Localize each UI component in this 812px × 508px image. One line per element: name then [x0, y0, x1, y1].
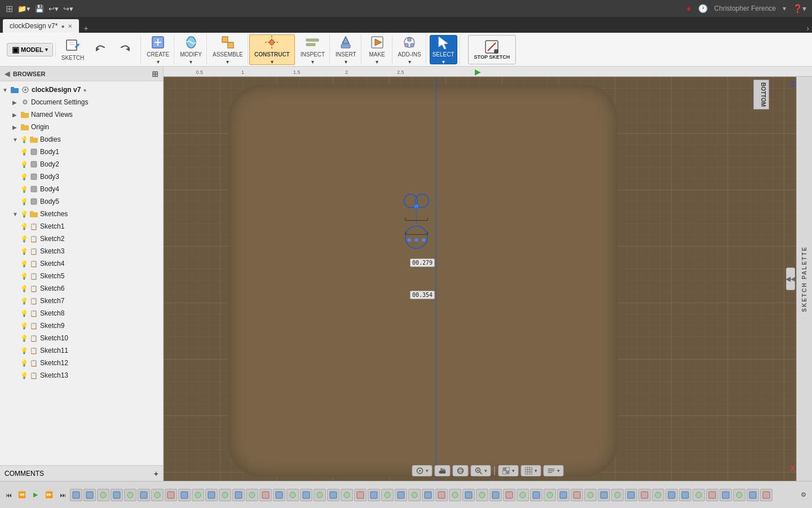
body2-vis-icon[interactable]: 💡 — [20, 160, 28, 168]
timeline-item-6[interactable] — [138, 489, 150, 501]
file-icon[interactable]: 📁▾ — [17, 5, 30, 13]
body3-vis-icon[interactable]: 💡 — [20, 173, 28, 181]
construct-button[interactable]: CONSTRUCT ▾ — [252, 35, 292, 64]
help-icon[interactable]: ❓▾ — [793, 4, 806, 13]
tree-bodies[interactable]: ▼ 💡 Bodies — [0, 133, 163, 146]
tab-close-icon[interactable]: ● — [61, 23, 64, 29]
tree-sketch3[interactable]: 💡 📋 Sketch3 — [0, 245, 163, 257]
timeline-item-28[interactable] — [435, 489, 448, 501]
timeline-item-33[interactable] — [503, 489, 515, 501]
create-button[interactable]: CREATE ▾ — [144, 35, 171, 64]
timeline-item-43[interactable] — [638, 489, 651, 501]
timeline-item-25[interactable] — [395, 489, 407, 501]
browser-collapse-icon[interactable]: ◀ — [5, 70, 10, 78]
timeline-item-19[interactable] — [314, 489, 326, 501]
tree-body5[interactable]: 💡 Body5 — [0, 195, 163, 208]
sketch12-vis-icon[interactable]: 💡 — [20, 359, 28, 367]
timeline-item-48[interactable] — [706, 489, 718, 501]
select-button[interactable]: SELECT ▾ — [430, 35, 457, 64]
root-activate-icon[interactable]: ● — [83, 87, 86, 93]
timeline-item-14[interactable] — [246, 489, 258, 501]
tree-body4[interactable]: 💡 Body4 — [0, 183, 163, 195]
browser-expand-icon[interactable]: ⊞ — [152, 69, 158, 78]
bodies-vis-icon[interactable]: 💡 — [20, 135, 28, 143]
user-dropdown-icon[interactable]: ▾ — [783, 5, 786, 12]
redo-button[interactable] — [113, 35, 138, 64]
timeline-item-34[interactable] — [517, 489, 529, 501]
timeline-item-22[interactable] — [354, 489, 367, 501]
sketch2-vis-icon[interactable]: 💡 — [20, 235, 28, 243]
timeline-item-18[interactable] — [300, 489, 312, 501]
sketches-vis-icon[interactable]: 💡 — [20, 210, 28, 218]
timeline-item-9[interactable] — [178, 489, 191, 501]
body1-vis-icon[interactable]: 💡 — [20, 148, 28, 156]
timeline-item-42[interactable] — [625, 489, 637, 501]
modify-button[interactable]: MODIFY ▾ — [178, 35, 204, 64]
timeline-item-24[interactable] — [381, 489, 394, 501]
timeline-item-12[interactable] — [219, 489, 231, 501]
tree-body1[interactable]: 💡 Body1 — [0, 146, 163, 158]
timeline-item-1[interactable] — [70, 489, 82, 501]
timeline-item-8[interactable] — [165, 489, 177, 501]
viewport[interactable]: 00.279 00.354 BOTTOM Z X ◀◀ SKETCH PALET… — [164, 77, 812, 481]
hand-control[interactable] — [435, 465, 451, 476]
make-button[interactable]: MAKE ▾ — [365, 35, 390, 64]
timeline-item-26[interactable] — [408, 489, 421, 501]
timeline-item-45[interactable] — [665, 489, 678, 501]
sketch3-vis-icon[interactable]: 💡 — [20, 247, 28, 255]
tree-body3[interactable]: 💡 Body3 — [0, 170, 163, 183]
orbit-control[interactable] — [453, 465, 469, 476]
right-panel-collapse[interactable]: ◀◀ — [786, 268, 795, 290]
tree-origin[interactable]: ▶ Origin — [0, 121, 163, 133]
sketch6-vis-icon[interactable]: 💡 — [20, 284, 28, 292]
timeline-item-40[interactable] — [598, 489, 610, 501]
timeline-item-35[interactable] — [530, 489, 542, 501]
timeline-item-3[interactable] — [97, 489, 109, 501]
tree-sketch4[interactable]: 💡 📋 Sketch4 — [0, 257, 163, 270]
body5-vis-icon[interactable]: 💡 — [20, 198, 28, 205]
timeline-play-icon[interactable]: ▶ — [475, 67, 481, 76]
sketch7-vis-icon[interactable]: 💡 — [20, 297, 28, 305]
timeline-item-52[interactable] — [760, 489, 773, 501]
timeline-item-20[interactable] — [327, 489, 339, 501]
timeline-item-47[interactable] — [692, 489, 705, 501]
tab-right-arrow[interactable]: › — [806, 24, 809, 33]
tree-sketch6[interactable]: 💡 📋 Sketch6 — [0, 282, 163, 295]
view-label[interactable]: BOTTOM — [753, 80, 769, 110]
sketch-button[interactable]: SKETCH — [59, 35, 87, 64]
clock-icon[interactable]: 🕐 — [698, 4, 708, 13]
timeline-item-7[interactable] — [151, 489, 164, 501]
body4-vis-icon[interactable]: 💡 — [20, 185, 28, 193]
sketch9-vis-icon[interactable]: 💡 — [20, 322, 28, 330]
sketch1-vis-icon[interactable]: 💡 — [20, 222, 28, 230]
timeline-item-4[interactable] — [111, 489, 123, 501]
timeline-item-39[interactable] — [584, 489, 597, 501]
timeline-item-21[interactable] — [341, 489, 353, 501]
timeline-play-button[interactable]: ▶ — [29, 489, 42, 501]
sketch13-vis-icon[interactable]: 💡 — [20, 371, 28, 379]
snap-control[interactable]: ▾ — [412, 465, 433, 476]
view-cube[interactable]: BOTTOM — [739, 80, 784, 130]
timeline-item-17[interactable] — [286, 489, 299, 501]
timeline-end-button[interactable]: ⏭ — [56, 489, 69, 501]
root-expand-icon[interactable]: ▼ — [2, 87, 10, 93]
document-tab[interactable]: clockDesign v7* ● ✕ — [3, 19, 79, 33]
new-tab-icon[interactable]: + — [79, 24, 92, 33]
tree-sketch2[interactable]: 💡 📋 Sketch2 — [0, 233, 163, 245]
undo-icon[interactable]: ↩▾ — [48, 5, 59, 13]
tree-sketch10[interactable]: 💡 📋 Sketch10 — [0, 332, 163, 344]
stop-sketch-button[interactable]: STOP SKETCH — [468, 35, 517, 64]
zoom-control[interactable]: ▾ — [471, 465, 491, 476]
timeline-item-16[interactable] — [273, 489, 285, 501]
sketch11-vis-icon[interactable]: 💡 — [20, 347, 28, 354]
grid-control[interactable]: ▾ — [521, 465, 541, 476]
timeline-item-36[interactable] — [544, 489, 556, 501]
timeline-item-15[interactable] — [259, 489, 272, 501]
view-options-control[interactable]: ▾ — [544, 465, 564, 476]
tree-sketch8[interactable]: 💡 📋 Sketch8 — [0, 307, 163, 319]
tree-document-settings[interactable]: ▶ ⚙ Document Settings — [0, 96, 163, 108]
timeline-item-23[interactable] — [368, 489, 380, 501]
timeline-next-button[interactable]: ⏩ — [43, 489, 55, 501]
timeline-item-37[interactable] — [557, 489, 570, 501]
sketch10-vis-icon[interactable]: 💡 — [20, 334, 28, 342]
